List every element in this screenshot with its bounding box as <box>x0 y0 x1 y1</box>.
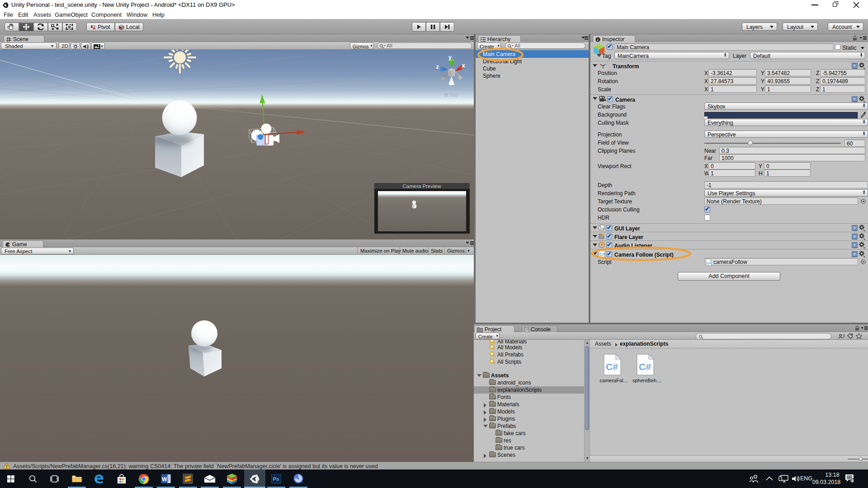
svg-text:1: 1 <box>851 479 854 483</box>
svg-text:Ps: Ps <box>273 476 279 482</box>
svg-text:x: x <box>462 62 466 69</box>
svg-text:C#: C# <box>599 252 605 257</box>
svg-text:y: y <box>448 54 452 61</box>
svg-text:Camera Preview: Camera Preview <box>403 183 442 189</box>
svg-text:Iso: Iso <box>450 92 458 98</box>
svg-text:W: W <box>162 476 167 483</box>
svg-text:z: z <box>436 63 439 70</box>
